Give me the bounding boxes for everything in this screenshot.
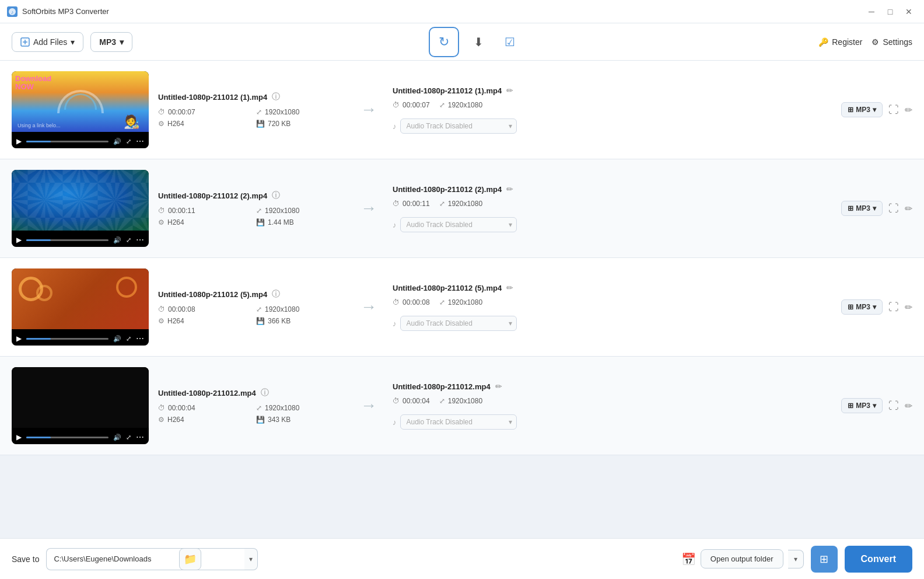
duration-output-1: ⏱ 00:00:07: [393, 101, 430, 109]
crop-icon-3[interactable]: ⛶: [888, 301, 899, 313]
edit-settings-icon-3[interactable]: ✏: [905, 302, 912, 313]
info-icon-4[interactable]: ⓘ: [261, 388, 269, 398]
format-button[interactable]: MP3 ▾: [90, 32, 132, 52]
crop-icon-1[interactable]: ⛶: [888, 104, 899, 116]
crop-icon-4[interactable]: ⛶: [888, 400, 899, 412]
play-button-3[interactable]: ▶: [16, 334, 22, 343]
fullscreen-button-1[interactable]: ⤢: [126, 138, 131, 145]
play-button-1[interactable]: ▶: [16, 137, 22, 145]
minimize-button[interactable]: ─: [863, 4, 880, 20]
action-icons-1: ⊞ MP3 ▾ ⛶ ✏: [841, 102, 912, 117]
volume-button-4[interactable]: 🔊: [113, 434, 121, 441]
output-info-1: Untitled-1080p-211012 (1).mp4 ✏ ⏱ 00:00:…: [393, 86, 832, 134]
play-button-4[interactable]: ▶: [16, 433, 22, 441]
format-badge-3[interactable]: ⊞ MP3 ▾: [841, 299, 883, 315]
input-filename-3: Untitled-1080p-211012 (5).mp4: [158, 290, 267, 299]
file-row: 🧑‍🎨 DownloadNOW Using a link belo... ▶ 🔊…: [0, 61, 924, 159]
fullscreen-button-4[interactable]: ⤢: [126, 434, 131, 441]
more-button-4[interactable]: ⋯: [136, 432, 144, 442]
more-button-2[interactable]: ⋯: [136, 235, 144, 245]
maximize-button[interactable]: □: [882, 4, 898, 20]
format-grid-icon-3: ⊞: [848, 303, 853, 311]
format-badge-4[interactable]: ⊞ MP3 ▾: [841, 398, 883, 413]
info-icon-3[interactable]: ⓘ: [272, 289, 280, 299]
output-filename-3: Untitled-1080p-211012 (5).mp4: [393, 284, 502, 292]
input-filename-2: Untitled-1080p-211012 (2).mp4: [158, 191, 267, 200]
add-files-button[interactable]: Add Files ▾: [12, 32, 83, 52]
refresh-button[interactable]: ↻: [429, 27, 459, 57]
crop-icon-2[interactable]: ⛶: [888, 203, 899, 215]
edit-icon-1[interactable]: ✏: [506, 86, 513, 95]
edit-settings-icon-2[interactable]: ✏: [905, 203, 912, 214]
action-icons-2: ⊞ MP3 ▾ ⛶ ✏: [841, 201, 912, 216]
format-badge-2[interactable]: ⊞ MP3 ▾: [841, 201, 883, 216]
resize-icon-3: ⤢: [256, 305, 262, 313]
edit-settings-icon-1[interactable]: ✏: [905, 104, 912, 116]
output-name-row-1: Untitled-1080p-211012 (1).mp4 ✏: [393, 86, 832, 95]
path-dropdown-button[interactable]: ▾: [244, 548, 258, 570]
clock-out-icon-1: ⏱: [393, 101, 400, 109]
toolbar: Add Files ▾ MP3 ▾ ↻ ⬇ ☑ 🔑 Register ⚙ Set…: [0, 23, 924, 61]
file-info-1: Untitled-1080p-211012 (1).mp4 ⓘ ⏱ 00:00:…: [158, 92, 345, 128]
svg-text:♪: ♪: [11, 9, 14, 15]
volume-button-3[interactable]: 🔊: [113, 335, 121, 343]
volume-button-2[interactable]: 🔊: [113, 236, 121, 244]
output-name-row-3: Untitled-1080p-211012 (5).mp4 ✏: [393, 283, 832, 292]
resize-icon-1: ⤢: [256, 108, 262, 116]
volume-button-1[interactable]: 🔊: [113, 138, 121, 145]
size-input-1: 💾 720 KB: [256, 120, 345, 128]
arrow-col-4: →: [354, 396, 383, 415]
grid-view-button[interactable]: ⊞: [811, 546, 838, 573]
edit-icon-3[interactable]: ✏: [506, 283, 513, 292]
codec-input-1: ⚙ H264: [158, 120, 247, 128]
browse-folder-button[interactable]: 📁: [179, 548, 201, 570]
info-icon-2[interactable]: ⓘ: [272, 190, 280, 201]
check-button[interactable]: ☑: [498, 30, 522, 54]
output-name-row-4: Untitled-1080p-211012.mp4 ✏: [393, 382, 832, 391]
format-chevron-icon-1: ▾: [873, 106, 876, 114]
output-filename-1: Untitled-1080p-211012 (1).mp4: [393, 86, 502, 95]
thumbnail-1: 🧑‍🎨 DownloadNOW Using a link belo... ▶ 🔊…: [12, 71, 149, 148]
save-path-input[interactable]: [46, 548, 244, 570]
audio-track-select-1[interactable]: Audio Track Disabled: [400, 118, 517, 134]
info-icon-1[interactable]: ⓘ: [272, 92, 280, 102]
resize-out-icon-2: ⤢: [439, 200, 445, 208]
gear-input-icon-4: ⚙: [158, 416, 164, 424]
register-button[interactable]: 🔑 Register: [818, 37, 862, 47]
file-row: ▶ 🔊 ⤢ ⋯ Untitled-1080p-211012 (2).mp4 ⓘ …: [0, 159, 924, 258]
more-button-1[interactable]: ⋯: [136, 137, 144, 146]
open-folder-dropdown-button[interactable]: ▾: [788, 550, 804, 568]
thumb-progress-4: [26, 437, 108, 438]
file-info-4: Untitled-1080p-211012.mp4 ⓘ ⏱ 00:00:04 ⤢…: [158, 388, 345, 424]
more-button-3[interactable]: ⋯: [136, 334, 144, 343]
resolution-input-4: ⤢ 1920x1080: [256, 404, 345, 412]
resolution-input-3: ⤢ 1920x1080: [256, 305, 345, 313]
open-folder-area: 📅 Open output folder ▾: [681, 549, 804, 568]
music-icon-3: ♪: [393, 319, 397, 328]
audio-track-select-2[interactable]: Audio Track Disabled: [400, 217, 517, 232]
download-button[interactable]: ⬇: [466, 30, 491, 54]
title-bar-left: ♪ SoftOrbits MP3 Converter: [7, 6, 109, 17]
arrow-right-icon-2: →: [360, 199, 377, 218]
convert-button[interactable]: Convert: [845, 546, 912, 573]
audio-track-select-3[interactable]: Audio Track Disabled: [400, 316, 517, 331]
thumb-progress-2: [26, 239, 108, 241]
file-row: ▶ 🔊 ⤢ ⋯ Untitled-1080p-211012 (5).mp4 ⓘ …: [0, 258, 924, 357]
resolution-input-2: ⤢ 1920x1080: [256, 207, 345, 215]
edit-settings-icon-4[interactable]: ✏: [905, 400, 912, 411]
audio-track-row-4: ♪ Audio Track Disabled: [393, 414, 832, 430]
close-button[interactable]: ✕: [901, 4, 917, 20]
fullscreen-button-2[interactable]: ⤢: [126, 236, 131, 244]
open-folder-button[interactable]: Open output folder: [701, 549, 783, 568]
file-info-3: Untitled-1080p-211012 (5).mp4 ⓘ ⏱ 00:00:…: [158, 289, 345, 325]
output-row-details-4: ⏱ 00:00:04 ⤢ 1920x1080 ♪ Audio Track Dis…: [393, 397, 832, 430]
play-button-2[interactable]: ▶: [16, 236, 22, 244]
format-badge-1[interactable]: ⊞ MP3 ▾: [841, 102, 883, 117]
toolbar-left: Add Files ▾ MP3 ▾: [12, 32, 132, 52]
edit-icon-4[interactable]: ✏: [495, 382, 502, 391]
settings-button[interactable]: ⚙ Settings: [872, 37, 912, 47]
audio-track-select-4[interactable]: Audio Track Disabled: [400, 414, 517, 430]
edit-icon-2[interactable]: ✏: [506, 184, 513, 194]
duration-output-2: ⏱ 00:00:11: [393, 200, 430, 208]
fullscreen-button-3[interactable]: ⤢: [126, 335, 131, 343]
